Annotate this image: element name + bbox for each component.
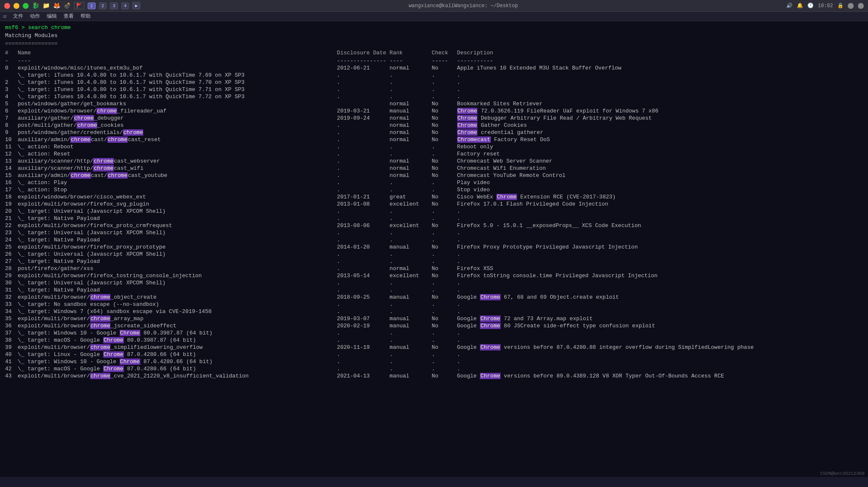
row-desc: Chromecast Factory Reset DoS [457,136,863,143]
num-badge-1[interactable]: 1 [88,3,96,9]
row-name: \_ target: iTunes 10.4.0.80 to 10.6.1.7 … [18,72,337,79]
row-desc: . [457,258,863,265]
table-row: 7auxiliary/gather/chrome_debugger2019-09… [5,115,863,122]
row-rank: . [390,86,432,93]
table-row: 4 \_ target: iTunes 10.4.0.80 to 10.6.1.… [5,93,863,100]
row-date: 2013-01-08 [337,201,390,208]
row-date: . [337,122,390,129]
col-header-date: Disclosure Date [337,49,390,57]
volume-icon: 🔊 [786,3,793,9]
row-num: 31 [5,286,18,294]
row-name: \_ target: Windows 10 - Google Chrome 80… [18,329,337,337]
row-rank: manual [390,344,432,351]
row-rank: normal [390,265,432,272]
minimize-btn[interactable] [13,3,19,9]
lock-icon: 🔒 [837,3,844,9]
row-check: No [432,172,457,179]
row-name: \_ target: Universal (Javascript XPCOM S… [18,279,337,286]
watermark: CSDN@wxc20212308 [820,471,865,476]
row-rank: excellent [390,222,432,229]
row-check: . [432,279,457,286]
row-rank: . [390,258,432,265]
row-check: . [432,251,457,258]
flag-icon[interactable]: 🚩 [74,2,84,9]
table-row: 38 \_ target: macOS - Google Chrome 80.0… [5,337,863,344]
close-btn[interactable] [4,3,10,9]
row-desc: Factory reset [457,150,863,158]
row-num: 4 [5,93,18,100]
num-badge-2[interactable]: 2 [99,3,107,9]
row-num [5,72,18,79]
row-rank: . [390,365,432,372]
row-date: 2021-04-13 [337,372,390,380]
row-check: No [432,222,457,229]
row-num: 32 [5,294,18,301]
burp-icon: 💣 [64,2,71,9]
num-badge-3[interactable]: 3 [110,3,118,9]
menu-view[interactable]: 查看 [64,13,74,20]
row-check: . [432,301,457,308]
prompt-command: search chrome [28,24,71,31]
table-row: 18exploit/windows/browser/cisco_webex_ex… [5,193,863,201]
row-name: \_ target: Windows 10 - Google Chrome 87… [18,358,337,365]
row-check: . [432,329,457,337]
row-name: exploit/multi/browser/firefox_proto_crmf… [18,222,337,229]
row-check: No [432,122,457,129]
table-row: 43exploit/multi/browser/chrome_cve_2021_… [5,372,863,380]
row-desc: Google Chrome 67, 68 and 69 Object.creat… [457,294,863,301]
row-num: 43 [5,372,18,380]
row-date: . [337,208,390,215]
row-rank: manual [390,372,432,380]
row-name: auxiliary/scanner/http/chromecast_wifi [18,165,337,172]
row-num: 8 [5,122,18,129]
row-check: No [432,129,457,136]
menu-action[interactable]: 动作 [30,13,40,20]
win-ctrl-2[interactable] [858,3,864,9]
row-desc: Firefox 5.0 - 15.0.1 __exposedProps__ XC… [457,222,863,229]
row-desc: . [457,79,863,86]
row-num: 5 [5,100,18,107]
table-row: 24 \_ target: Native Payload.... [5,236,863,244]
num-badge-arrow[interactable]: ▶ [132,2,140,9]
row-date: . [337,158,390,165]
row-date: . [337,251,390,258]
row-name: \_ target: iTunes 10.4.0.80 to 10.6.1.7 … [18,86,337,93]
row-desc: . [457,329,863,337]
row-desc: . [457,279,863,286]
col-header-check: Check [432,49,457,57]
row-name: exploit/multi/browser/chrome_jscreate_si… [18,322,337,329]
row-rank: . [390,143,432,150]
maximize-btn[interactable] [23,3,29,9]
terminal[interactable]: msf6 > search chrome Matching Modules ==… [0,21,868,477]
row-date: . [337,165,390,172]
row-desc: Google Chrome versions before 89.0.4389.… [457,372,863,380]
row-num: 28 [5,265,18,272]
clock-icon: 🕐 [807,3,814,9]
row-desc: . [457,351,863,358]
row-date: 2019-09-24 [337,115,390,122]
win-ctrl-1[interactable] [848,3,854,9]
num-badge-4[interactable]: 4 [121,3,129,9]
row-name: exploit/multi/browser/chrome_cve_2021_21… [18,372,337,380]
menu-help[interactable]: 帮助 [80,13,91,20]
row-check: . [432,215,457,222]
menu-checkbox[interactable]: ☑ [3,13,6,19]
menu-edit[interactable]: 编辑 [47,13,57,20]
system-icon: 🐉 [32,2,39,9]
menu-file[interactable]: 文件 [13,13,23,20]
row-rank: . [390,93,432,100]
row-desc: Firefox XSS [457,265,863,272]
row-date: 2019-03-21 [337,107,390,115]
row-num: 14 [5,165,18,172]
row-num: 15 [5,172,18,179]
row-rank: normal [390,100,432,107]
row-check: No [432,158,457,165]
table-row: 12 \_ action: Reset...Factory reset [5,150,863,158]
row-desc: . [457,72,863,79]
row-num: 7 [5,115,18,122]
row-num: 16 [5,179,18,186]
row-date: . [337,365,390,372]
window-title: wangxiance@kaliWangxiance: ~/Desktop [409,3,518,9]
row-desc: . [457,337,863,344]
row-name: \_ target: Native Payload [18,215,337,222]
